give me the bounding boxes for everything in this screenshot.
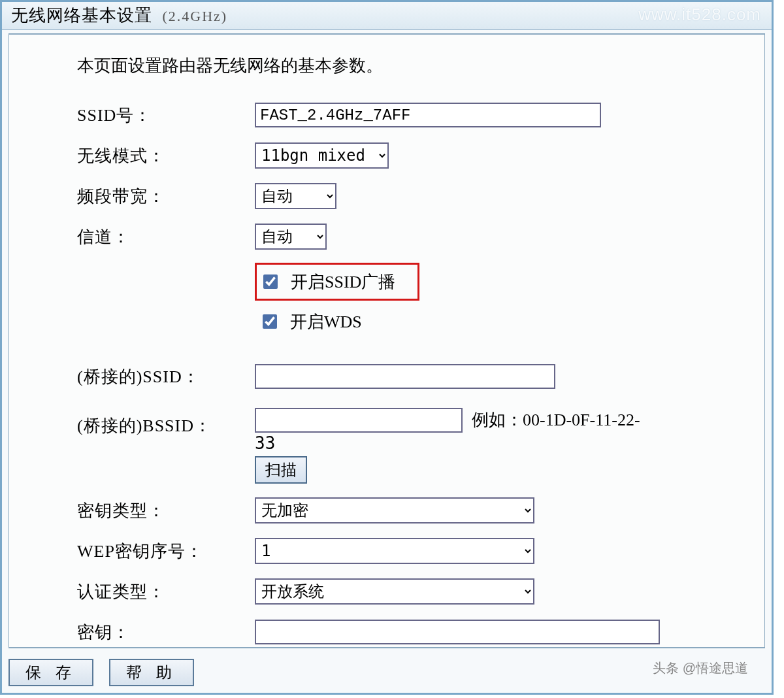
bandwidth-select[interactable]: 自动 [255,183,336,209]
mode-select[interactable]: 11bgn mixed [255,142,389,169]
row-mode: 无线模式： 11bgn mixed [77,141,745,170]
page-title: 无线网络基本设置 [11,6,152,25]
row-key-type: 密钥类型： 无加密 [77,496,745,525]
key-type-label: 密钥类型： [77,499,255,522]
scan-button[interactable]: 扫描 [255,456,307,484]
row-bandwidth: 频段带宽： 自动 [77,182,745,210]
intro-text: 本页面设置路由器无线网络的基本参数。 [77,54,745,77]
bridge-bssid-label: (桥接的)BSSID： [77,414,255,437]
key-type-select[interactable]: 无加密 [255,497,534,524]
key-label: 密钥： [77,621,255,644]
bandwidth-label: 频段带宽： [77,185,255,208]
row-wep-index: WEP密钥序号： 1 [77,537,745,565]
bottom-buttons: 保 存 帮 助 [8,659,194,686]
save-button[interactable]: 保 存 [8,659,93,686]
watermark-text: www.it528.com [638,5,761,25]
row-ssid-broadcast: 开启SSID广播 [77,263,745,301]
attribution-text: 头条 @悟途思道 [653,659,748,677]
channel-select[interactable]: 自动 [255,224,327,250]
wep-index-label: WEP密钥序号： [77,540,255,563]
channel-label: 信道： [77,225,255,248]
row-scan: 扫描 [77,456,745,484]
ssid-input[interactable] [255,103,601,127]
auth-type-label: 认证类型： [77,580,255,603]
row-auth-type: 认证类型： 开放系统 [77,577,745,606]
ssid-broadcast-label: 开启SSID广播 [291,271,395,293]
mode-label: 无线模式： [77,144,255,167]
key-input [255,620,660,644]
settings-panel: 无线网络基本设置 (2.4GHz) www.it528.com 本页面设置路由器… [0,0,774,695]
row-bridge-ssid: (桥接的)SSID： [77,362,745,391]
bssid-example: 例如：00-1D-0F-11-22- [472,408,640,431]
help-button[interactable]: 帮 助 [109,659,194,686]
wds-checkbox[interactable] [263,314,277,329]
row-ssid: SSID号： [77,101,745,129]
wep-index-select[interactable]: 1 [255,538,534,564]
row-key: 密钥： [77,618,745,646]
highlight-box: 开启SSID广播 [255,263,419,301]
ssid-label: SSID号： [77,104,255,127]
row-bridge-bssid: (桥接的)BSSID： 例如：00-1D-0F-11-22- [77,403,745,437]
wds-label: 开启WDS [290,310,362,333]
row-wds: 开启WDS [77,307,745,336]
content-area: 本页面设置路由器无线网络的基本参数。 SSID号： 无线模式： 11bgn mi… [8,33,765,648]
bssid-example-wrap: 33 [255,433,745,453]
bridge-ssid-input[interactable] [255,364,555,389]
bridge-ssid-label: (桥接的)SSID： [77,365,255,388]
ssid-broadcast-checkbox[interactable] [263,274,278,289]
auth-type-select[interactable]: 开放系统 [255,578,534,605]
band-label: (2.4GHz) [163,8,228,24]
bridge-bssid-input[interactable] [255,408,463,433]
row-channel: 信道： 自动 [77,222,745,251]
